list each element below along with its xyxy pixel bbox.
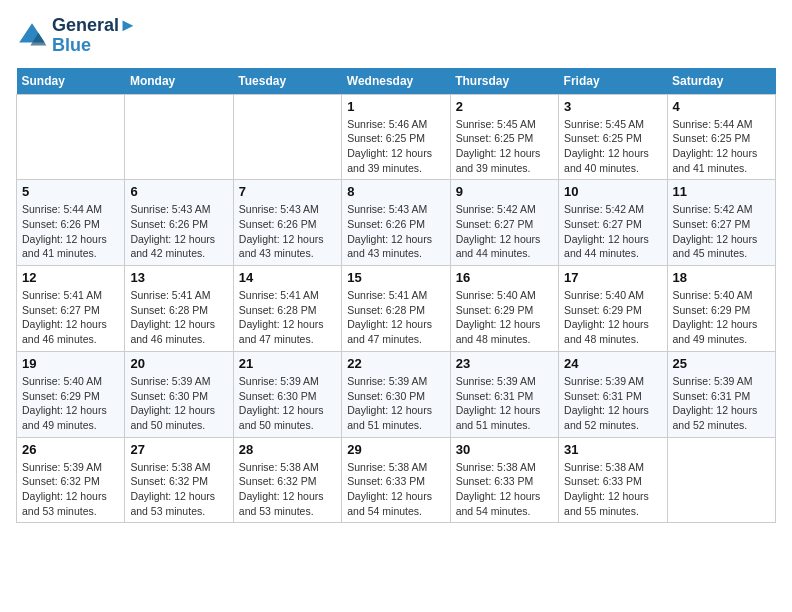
calendar-cell: 13Sunrise: 5:41 AM Sunset: 6:28 PM Dayli… (125, 266, 233, 352)
day-info: Sunrise: 5:43 AM Sunset: 6:26 PM Dayligh… (130, 202, 227, 261)
calendar-cell: 3Sunrise: 5:45 AM Sunset: 6:25 PM Daylig… (559, 94, 667, 180)
calendar-week-1: 1Sunrise: 5:46 AM Sunset: 6:25 PM Daylig… (17, 94, 776, 180)
calendar-cell (667, 437, 775, 523)
day-number: 7 (239, 184, 336, 199)
day-info: Sunrise: 5:44 AM Sunset: 6:26 PM Dayligh… (22, 202, 119, 261)
day-info: Sunrise: 5:39 AM Sunset: 6:30 PM Dayligh… (347, 374, 444, 433)
logo: General► Blue (16, 16, 137, 56)
day-number: 9 (456, 184, 553, 199)
day-info: Sunrise: 5:39 AM Sunset: 6:31 PM Dayligh… (564, 374, 661, 433)
day-info: Sunrise: 5:46 AM Sunset: 6:25 PM Dayligh… (347, 117, 444, 176)
calendar-cell: 6Sunrise: 5:43 AM Sunset: 6:26 PM Daylig… (125, 180, 233, 266)
calendar-header-row: SundayMondayTuesdayWednesdayThursdayFrid… (17, 68, 776, 95)
day-number: 16 (456, 270, 553, 285)
day-info: Sunrise: 5:41 AM Sunset: 6:28 PM Dayligh… (239, 288, 336, 347)
calendar-week-5: 26Sunrise: 5:39 AM Sunset: 6:32 PM Dayli… (17, 437, 776, 523)
day-number: 28 (239, 442, 336, 457)
day-info: Sunrise: 5:44 AM Sunset: 6:25 PM Dayligh… (673, 117, 770, 176)
calendar-cell (233, 94, 341, 180)
day-number: 4 (673, 99, 770, 114)
calendar-cell: 4Sunrise: 5:44 AM Sunset: 6:25 PM Daylig… (667, 94, 775, 180)
day-number: 8 (347, 184, 444, 199)
day-number: 5 (22, 184, 119, 199)
calendar-cell: 29Sunrise: 5:38 AM Sunset: 6:33 PM Dayli… (342, 437, 450, 523)
page-header: General► Blue (16, 16, 776, 56)
day-number: 30 (456, 442, 553, 457)
calendar-cell: 25Sunrise: 5:39 AM Sunset: 6:31 PM Dayli… (667, 351, 775, 437)
day-number: 15 (347, 270, 444, 285)
day-number: 17 (564, 270, 661, 285)
day-info: Sunrise: 5:43 AM Sunset: 6:26 PM Dayligh… (347, 202, 444, 261)
calendar-cell: 16Sunrise: 5:40 AM Sunset: 6:29 PM Dayli… (450, 266, 558, 352)
calendar-cell (125, 94, 233, 180)
day-number: 26 (22, 442, 119, 457)
header-friday: Friday (559, 68, 667, 95)
day-info: Sunrise: 5:40 AM Sunset: 6:29 PM Dayligh… (22, 374, 119, 433)
day-info: Sunrise: 5:41 AM Sunset: 6:28 PM Dayligh… (347, 288, 444, 347)
day-number: 25 (673, 356, 770, 371)
calendar-cell: 23Sunrise: 5:39 AM Sunset: 6:31 PM Dayli… (450, 351, 558, 437)
calendar-cell: 17Sunrise: 5:40 AM Sunset: 6:29 PM Dayli… (559, 266, 667, 352)
calendar-cell: 9Sunrise: 5:42 AM Sunset: 6:27 PM Daylig… (450, 180, 558, 266)
header-tuesday: Tuesday (233, 68, 341, 95)
logo-text: General► Blue (52, 16, 137, 56)
calendar-cell: 24Sunrise: 5:39 AM Sunset: 6:31 PM Dayli… (559, 351, 667, 437)
day-info: Sunrise: 5:38 AM Sunset: 6:33 PM Dayligh… (456, 460, 553, 519)
day-info: Sunrise: 5:38 AM Sunset: 6:33 PM Dayligh… (564, 460, 661, 519)
day-number: 10 (564, 184, 661, 199)
calendar-cell: 12Sunrise: 5:41 AM Sunset: 6:27 PM Dayli… (17, 266, 125, 352)
calendar-cell: 7Sunrise: 5:43 AM Sunset: 6:26 PM Daylig… (233, 180, 341, 266)
day-info: Sunrise: 5:40 AM Sunset: 6:29 PM Dayligh… (564, 288, 661, 347)
calendar-cell: 10Sunrise: 5:42 AM Sunset: 6:27 PM Dayli… (559, 180, 667, 266)
day-number: 20 (130, 356, 227, 371)
header-wednesday: Wednesday (342, 68, 450, 95)
day-number: 1 (347, 99, 444, 114)
day-number: 27 (130, 442, 227, 457)
calendar-cell: 8Sunrise: 5:43 AM Sunset: 6:26 PM Daylig… (342, 180, 450, 266)
day-number: 22 (347, 356, 444, 371)
day-number: 12 (22, 270, 119, 285)
day-number: 21 (239, 356, 336, 371)
day-number: 3 (564, 99, 661, 114)
calendar-cell: 26Sunrise: 5:39 AM Sunset: 6:32 PM Dayli… (17, 437, 125, 523)
calendar-cell: 22Sunrise: 5:39 AM Sunset: 6:30 PM Dayli… (342, 351, 450, 437)
day-info: Sunrise: 5:38 AM Sunset: 6:33 PM Dayligh… (347, 460, 444, 519)
day-info: Sunrise: 5:40 AM Sunset: 6:29 PM Dayligh… (456, 288, 553, 347)
header-monday: Monday (125, 68, 233, 95)
calendar-cell: 31Sunrise: 5:38 AM Sunset: 6:33 PM Dayli… (559, 437, 667, 523)
calendar-cell: 21Sunrise: 5:39 AM Sunset: 6:30 PM Dayli… (233, 351, 341, 437)
day-info: Sunrise: 5:42 AM Sunset: 6:27 PM Dayligh… (673, 202, 770, 261)
calendar-cell (17, 94, 125, 180)
calendar-cell: 2Sunrise: 5:45 AM Sunset: 6:25 PM Daylig… (450, 94, 558, 180)
day-info: Sunrise: 5:39 AM Sunset: 6:31 PM Dayligh… (673, 374, 770, 433)
day-info: Sunrise: 5:41 AM Sunset: 6:27 PM Dayligh… (22, 288, 119, 347)
day-info: Sunrise: 5:43 AM Sunset: 6:26 PM Dayligh… (239, 202, 336, 261)
day-info: Sunrise: 5:39 AM Sunset: 6:30 PM Dayligh… (239, 374, 336, 433)
calendar-cell: 18Sunrise: 5:40 AM Sunset: 6:29 PM Dayli… (667, 266, 775, 352)
day-info: Sunrise: 5:39 AM Sunset: 6:30 PM Dayligh… (130, 374, 227, 433)
calendar-cell: 1Sunrise: 5:46 AM Sunset: 6:25 PM Daylig… (342, 94, 450, 180)
day-info: Sunrise: 5:39 AM Sunset: 6:31 PM Dayligh… (456, 374, 553, 433)
day-info: Sunrise: 5:39 AM Sunset: 6:32 PM Dayligh… (22, 460, 119, 519)
calendar-week-3: 12Sunrise: 5:41 AM Sunset: 6:27 PM Dayli… (17, 266, 776, 352)
logo-icon (16, 20, 48, 52)
day-info: Sunrise: 5:38 AM Sunset: 6:32 PM Dayligh… (130, 460, 227, 519)
day-info: Sunrise: 5:38 AM Sunset: 6:32 PM Dayligh… (239, 460, 336, 519)
day-number: 24 (564, 356, 661, 371)
calendar-cell: 27Sunrise: 5:38 AM Sunset: 6:32 PM Dayli… (125, 437, 233, 523)
calendar-cell: 14Sunrise: 5:41 AM Sunset: 6:28 PM Dayli… (233, 266, 341, 352)
day-number: 29 (347, 442, 444, 457)
calendar-cell: 5Sunrise: 5:44 AM Sunset: 6:26 PM Daylig… (17, 180, 125, 266)
header-sunday: Sunday (17, 68, 125, 95)
day-number: 19 (22, 356, 119, 371)
day-info: Sunrise: 5:45 AM Sunset: 6:25 PM Dayligh… (564, 117, 661, 176)
day-number: 31 (564, 442, 661, 457)
calendar-cell: 11Sunrise: 5:42 AM Sunset: 6:27 PM Dayli… (667, 180, 775, 266)
day-number: 13 (130, 270, 227, 285)
calendar-week-2: 5Sunrise: 5:44 AM Sunset: 6:26 PM Daylig… (17, 180, 776, 266)
day-info: Sunrise: 5:42 AM Sunset: 6:27 PM Dayligh… (456, 202, 553, 261)
day-info: Sunrise: 5:42 AM Sunset: 6:27 PM Dayligh… (564, 202, 661, 261)
calendar-table: SundayMondayTuesdayWednesdayThursdayFrid… (16, 68, 776, 524)
calendar-cell: 20Sunrise: 5:39 AM Sunset: 6:30 PM Dayli… (125, 351, 233, 437)
day-number: 14 (239, 270, 336, 285)
